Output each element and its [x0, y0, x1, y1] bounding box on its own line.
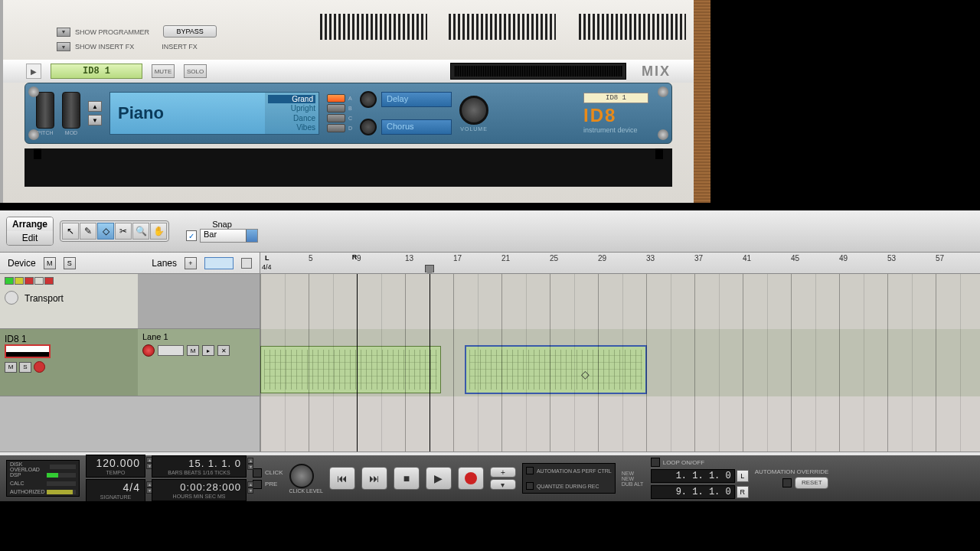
track-mute[interactable]: M [5, 362, 17, 373]
mute-button[interactable]: MUTE [152, 64, 175, 78]
show-programmer-toggle[interactable]: SHOW PROGRAMMER [57, 28, 149, 37]
volume-knob[interactable] [459, 96, 488, 125]
selection-tool[interactable]: ↖ [62, 223, 79, 240]
arrange-tab[interactable]: Arrange [7, 217, 53, 231]
auto-perf-toggle[interactable] [526, 467, 534, 474]
lane-delete[interactable]: ✕ [217, 345, 230, 356]
stop-button[interactable]: ■ [394, 467, 420, 490]
loop-r-btn[interactable]: R [737, 486, 749, 498]
midi-clip[interactable] [260, 346, 441, 393]
click-toggle[interactable] [253, 468, 262, 478]
lane-toggle[interactable] [241, 258, 252, 269]
auto-override-led [782, 478, 792, 487]
mix-label: MIX [642, 64, 671, 80]
category-item[interactable]: Dance [268, 114, 315, 122]
track-name[interactable]: Transport [24, 293, 64, 304]
master-solo[interactable]: S [64, 257, 76, 269]
lane-button[interactable]: ▸ [202, 345, 214, 356]
device-name-field[interactable]: ID8 1 [51, 64, 142, 79]
reset-button[interactable]: RESET [795, 477, 828, 489]
click-level-knob[interactable] [289, 464, 314, 488]
eraser-cursor [581, 368, 593, 380]
fx2-knob[interactable] [360, 119, 377, 135]
lane-mute[interactable]: M [187, 345, 199, 356]
signature-display[interactable]: 4/4SIGNATURE▴▾ [86, 479, 145, 502]
bypass-button[interactable]: BYPASS [163, 25, 216, 37]
fx1-select[interactable]: Delay [381, 92, 452, 107]
razor-tool[interactable]: ✂ [115, 223, 132, 240]
category-led[interactable] [327, 114, 345, 122]
quantize-rec-toggle[interactable] [526, 482, 534, 490]
midi-clip[interactable] [466, 346, 646, 393]
category-led[interactable] [327, 104, 345, 112]
category-item[interactable]: Vibes [268, 123, 315, 132]
auto-override-label: AUTOMATION OVERRIDE [755, 468, 829, 475]
insert-fx-label: INSERT FX [162, 43, 198, 51]
mod-label: MOD [62, 130, 80, 135]
track-solo[interactable]: S [19, 362, 31, 373]
master-mute[interactable]: M [44, 257, 56, 269]
pitch-wheel[interactable] [36, 92, 54, 129]
record-button[interactable] [458, 467, 484, 490]
track-record-arm[interactable] [34, 361, 45, 373]
patch-down-button[interactable]: ▼ [88, 115, 102, 126]
loop-toggle[interactable] [651, 458, 660, 467]
patch-up-button[interactable]: ▲ [88, 101, 102, 112]
show-insert-fx-toggle[interactable]: SHOW INSERT FX [57, 42, 134, 51]
ruler-bar-number: 57 [936, 254, 944, 262]
rack-play-button[interactable] [26, 64, 41, 79]
playhead-handle[interactable] [425, 265, 434, 272]
device-header: Device [8, 258, 36, 269]
rack-grille [579, 14, 686, 40]
id8-device: PITCH MOD ▲ ▼ Piano Grand Upright Dance … [24, 83, 672, 144]
mod-wheel[interactable] [62, 92, 80, 129]
lane-record[interactable] [142, 344, 155, 357]
ruler-bar-number: 33 [646, 254, 655, 262]
ruler-bar-number: 13 [405, 254, 413, 262]
status-panel: DISK OVERLOAD DSP CALC AUTHORIZED [6, 460, 80, 497]
snap-select[interactable]: Bar [200, 229, 258, 243]
category-led[interactable] [327, 124, 345, 132]
lane-view[interactable] [204, 257, 234, 269]
pencil-tool[interactable]: ✎ [80, 223, 96, 240]
time-display[interactable]: 0:00:28:000HOURS MIN SEC MS▴▾ [152, 479, 247, 501]
category-led[interactable] [327, 94, 345, 103]
category-item[interactable]: Upright [268, 104, 315, 112]
loop-right-display[interactable]: 9. 1. 1. 0 [651, 485, 735, 499]
rewind-button[interactable]: ⏮ [329, 467, 355, 490]
track-name[interactable]: ID8 1 [5, 334, 27, 344]
clip-area[interactable] [260, 274, 980, 452]
new-alt-button[interactable]: ▾ [490, 479, 516, 490]
loop-left-display[interactable]: 1. 1. 1. 0 [651, 469, 735, 483]
lanes-header: Lanes [152, 258, 177, 269]
play-button[interactable]: ▶ [426, 467, 452, 490]
magnify-tool[interactable]: 🔍 [132, 223, 149, 240]
fx2-select[interactable]: Chorus [381, 119, 452, 135]
new-overdub-button[interactable]: + [490, 467, 516, 478]
tempo-display[interactable]: 120.000TEMPO▴▾ [86, 455, 145, 478]
lane-dropdown[interactable] [158, 345, 184, 356]
loop-left-flag[interactable]: L [265, 254, 270, 262]
position-display[interactable]: 15. 1. 1. 0BARS BEATS 1/16 TICKS▴▾ [152, 455, 247, 478]
pre-toggle[interactable] [253, 480, 262, 489]
ruler-bar-number: 37 [694, 254, 703, 262]
patch-display[interactable]: Piano Grand Upright Dance Vibes [109, 92, 319, 135]
loop-line [357, 274, 358, 452]
fastfwd-button[interactable]: ⏭ [361, 467, 387, 490]
device-label-strip[interactable]: ID8 1 [583, 93, 648, 103]
hand-tool[interactable]: ✋ [150, 223, 167, 240]
loop-right-flag[interactable]: R [352, 253, 358, 261]
eraser-tool[interactable]: ◇ [97, 223, 114, 240]
keyboard-icon [5, 344, 51, 358]
category-item[interactable]: Grand [268, 95, 315, 103]
timeline-ruler[interactable]: L 4/4 59131721252933374145495357R [260, 253, 980, 273]
add-lane[interactable]: + [185, 257, 197, 269]
solo-button[interactable]: SOLO [184, 64, 207, 78]
snap-checkbox[interactable]: ✓ [186, 230, 197, 241]
lane-name[interactable]: Lane 1 [142, 332, 255, 341]
edit-tab[interactable]: Edit [7, 231, 53, 245]
playhead-line [430, 274, 430, 452]
ruler-bar-number: 45 [791, 254, 799, 262]
fx1-knob[interactable] [360, 91, 377, 108]
loop-l-btn[interactable]: L [737, 470, 749, 482]
